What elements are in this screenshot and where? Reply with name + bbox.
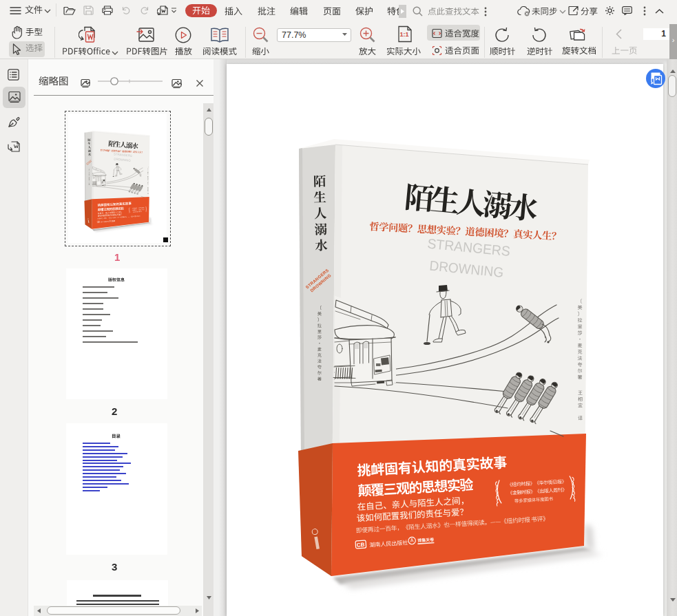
svg-text:1:1: 1:1: [400, 31, 409, 38]
